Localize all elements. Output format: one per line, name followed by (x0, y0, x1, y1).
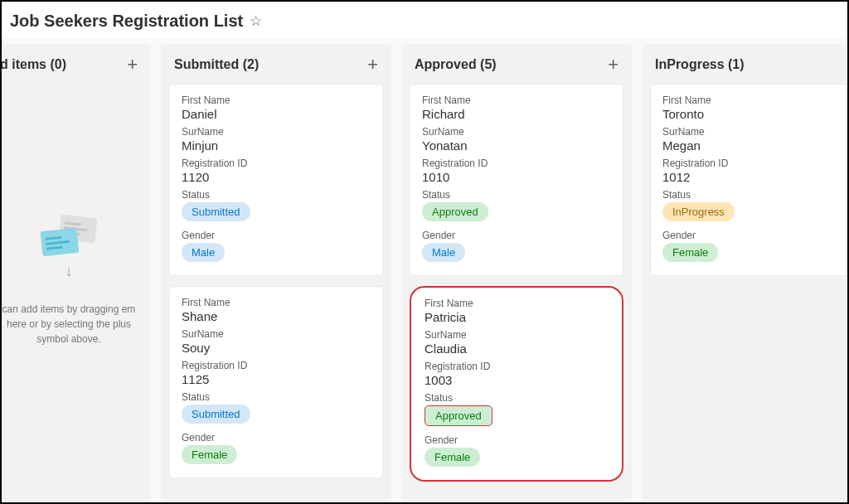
field-label: First Name (424, 298, 609, 309)
field-label: SurName (662, 126, 849, 138)
field-value-surname: Claudia (424, 342, 609, 356)
field-label: Gender (182, 432, 371, 443)
status-badge: Approved (424, 405, 492, 426)
add-item-icon[interactable]: + (608, 56, 619, 74)
column-approved: Approved (5) + First Name Richard SurNam… (401, 44, 632, 501)
column-header: Approved (5) + (401, 44, 632, 84)
field-value-firstname: Daniel (182, 107, 371, 121)
arrow-down-icon: ↓ (65, 263, 73, 280)
list-item[interactable]: First Name Shane SurName Souy Registrati… (169, 286, 383, 478)
list-item[interactable]: First Name Richard SurName Yonatan Regis… (410, 84, 623, 276)
cards-glyph-icon (41, 216, 96, 254)
column-title: d items (0) (0, 57, 66, 72)
column-title: Submitted (2) (174, 57, 259, 72)
field-label: First Name (422, 94, 611, 106)
field-label: Gender (422, 230, 611, 241)
field-label: Status (424, 392, 609, 404)
empty-drop-illustration: ↓ (0, 216, 143, 280)
field-value-regid: 1012 (662, 170, 849, 184)
gender-badge: Female (424, 448, 480, 467)
field-value-surname: Yonatan (422, 138, 611, 153)
column-header: InProgress (1) + (642, 44, 849, 84)
field-label: SurName (182, 328, 371, 340)
field-label: Status (182, 189, 371, 201)
field-label: SurName (422, 126, 611, 138)
column-submitted: Submitted (2) + First Name Daniel SurNam… (161, 44, 391, 501)
field-value-firstname: Toronto (662, 107, 849, 121)
field-value-surname: Megan (662, 138, 849, 153)
gender-badge: Male (422, 243, 465, 262)
gender-badge: Female (182, 445, 237, 464)
column-body: ↓ can add items by dragging em here or b… (0, 84, 151, 355)
status-badge: Submitted (182, 405, 250, 424)
gender-badge: Male (182, 243, 225, 262)
column-body: First Name Toronto SurName Megan Registr… (642, 84, 849, 284)
column-title: InProgress (1) (655, 57, 745, 72)
field-value-firstname: Patricia (424, 310, 609, 324)
field-label: Registration ID (182, 158, 371, 169)
column-header: Submitted (2) + (161, 44, 391, 84)
page-title: Job Seekers Registration List (10, 12, 243, 31)
field-label: Gender (424, 434, 609, 446)
field-label: Registration ID (662, 158, 849, 169)
empty-column-hint: can add items by dragging em here or by … (0, 302, 143, 346)
field-label: Registration ID (422, 158, 611, 169)
add-item-icon[interactable]: + (367, 56, 378, 74)
field-value-regid: 1120 (182, 170, 371, 184)
field-value-regid: 1125 (182, 372, 371, 386)
field-label: Gender (182, 230, 371, 241)
column-unassigned: d items (0) + ↓ can add items by draggin… (0, 44, 151, 501)
list-item[interactable]: First Name Toronto SurName Megan Registr… (650, 84, 849, 276)
field-label: First Name (662, 94, 849, 106)
field-value-firstname: Shane (182, 309, 371, 323)
field-value-regid: 1003 (424, 373, 609, 387)
add-item-icon[interactable]: + (127, 56, 138, 74)
field-value-firstname: Richard (422, 107, 611, 121)
page-header: Job Seekers Registration List ☆ (2, 2, 847, 37)
status-badge: Approved (422, 202, 488, 221)
list-item-highlighted[interactable]: First Name Patricia SurName Claudia Regi… (410, 286, 623, 482)
field-label: Registration ID (182, 360, 371, 371)
gender-badge: Female (662, 243, 718, 262)
field-label: Registration ID (424, 361, 609, 372)
status-badge: InProgress (662, 202, 735, 221)
field-label: SurName (182, 126, 371, 138)
field-label: First Name (182, 297, 371, 308)
field-label: Status (182, 391, 371, 403)
kanban-board: d items (0) + ↓ can add items by draggin… (0, 37, 847, 501)
column-body: First Name Daniel SurName Minjun Registr… (161, 84, 391, 487)
field-value-surname: Souy (182, 341, 371, 355)
field-label: Status (662, 189, 849, 201)
favorite-star-icon[interactable]: ☆ (250, 12, 262, 30)
column-header: d items (0) + (0, 44, 151, 84)
column-inprogress: InProgress (1) + First Name Toronto SurN… (642, 44, 849, 501)
field-label: First Name (182, 94, 371, 106)
field-label: Gender (662, 230, 849, 241)
field-label: SurName (424, 329, 609, 341)
column-title: Approved (5) (415, 57, 497, 72)
list-item[interactable]: First Name Daniel SurName Minjun Registr… (169, 84, 383, 276)
status-badge: Submitted (182, 202, 250, 221)
field-value-surname: Minjun (182, 138, 371, 153)
field-label: Status (422, 189, 611, 201)
field-value-regid: 1010 (422, 170, 611, 184)
column-body: First Name Richard SurName Yonatan Regis… (401, 84, 632, 490)
